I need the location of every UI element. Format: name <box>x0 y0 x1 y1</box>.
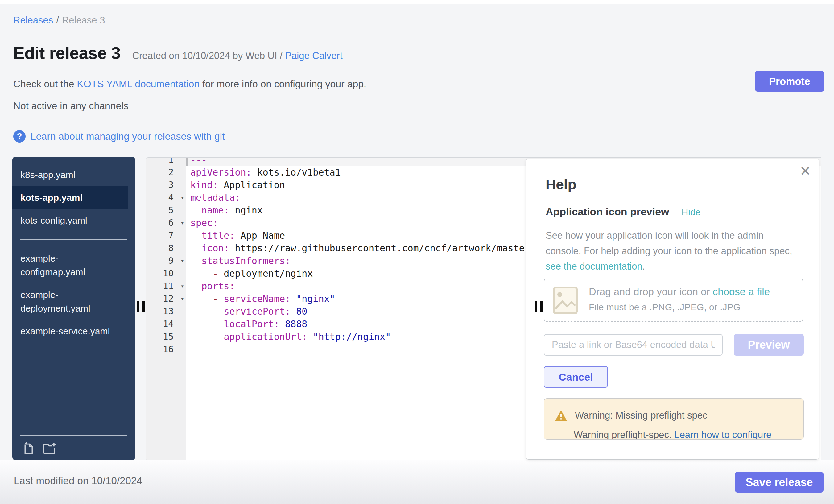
line-number: 5 <box>146 204 186 217</box>
line-number: 14 <box>146 318 186 330</box>
doc-prefix: Check out the <box>13 78 77 89</box>
created-by-link[interactable]: Paige Calvert <box>285 50 342 61</box>
file-group-divider <box>20 239 127 240</box>
file-item[interactable]: kots-config.yaml <box>12 209 135 232</box>
choose-file-link[interactable]: choose a file <box>713 286 770 297</box>
see-documentation-link[interactable]: see the documentation <box>546 261 642 272</box>
help-para-line1: See how your application icon will look … <box>546 230 764 241</box>
preview-button[interactable]: Preview <box>734 334 804 356</box>
help-para-line2: console. For help adding your icon to th… <box>546 245 792 256</box>
indent-guide <box>213 318 213 330</box>
preflight-warning: Warning: Missing preflight spec Warning … <box>544 398 804 440</box>
created-prefix: Created on 10/10/2024 by Web UI / <box>132 50 285 61</box>
line-number: 16 <box>146 343 186 356</box>
promote-button[interactable]: Promote <box>755 71 824 92</box>
sidebar-bottom-divider <box>20 435 127 436</box>
help-paragraph: See how your application icon will look … <box>546 228 792 274</box>
line-number: 8 <box>146 242 186 255</box>
line-number: 10 <box>146 267 186 280</box>
doc-suffix: for more info on configuring your app. <box>200 78 367 89</box>
question-icon: ? <box>13 130 26 143</box>
dropzone-text-prefix: Drag and drop your icon or <box>589 286 713 297</box>
resize-handle-left[interactable] <box>137 301 145 312</box>
doc-line: Check out the KOTS YAML documentation fo… <box>13 78 367 90</box>
cancel-button[interactable]: Cancel <box>544 366 608 388</box>
indent-guide <box>213 330 213 343</box>
warning-line1: Warning: Missing preflight spec <box>575 410 707 421</box>
save-release-button[interactable]: Save release <box>735 472 824 492</box>
line-number: 9▾ <box>146 255 186 267</box>
title-row: Edit release 3 Created on 10/10/2024 by … <box>13 43 343 63</box>
git-help-link[interactable]: Learn about managing your releases with … <box>30 131 225 142</box>
last-modified: Last modified on 10/10/2024 <box>14 475 142 487</box>
icon-dropzone[interactable]: Drag and drop your icon or choose a file… <box>544 279 803 322</box>
icon-url-input[interactable] <box>544 334 723 356</box>
created-info: Created on 10/10/2024 by Web UI / Paige … <box>132 50 343 61</box>
learn-configure-link[interactable]: Learn how to configure <box>674 429 771 440</box>
channel-status: Not active in any channels <box>13 100 129 112</box>
fold-arrow-icon[interactable]: ▾ <box>181 255 184 267</box>
footer: Last modified on 10/10/2024 <box>0 460 834 504</box>
dropzone-hint: File must be a .PNG, .JPEG, or .JPG <box>589 302 741 312</box>
icon-preview-title: Application icon preview <box>546 206 669 218</box>
line-number: 2 <box>146 166 186 179</box>
file-item[interactable]: example- deployment.yaml <box>12 283 135 320</box>
kots-yaml-doc-link[interactable]: KOTS YAML documentation <box>77 78 200 89</box>
line-number: 4▾ <box>146 191 186 204</box>
fold-arrow-icon[interactable]: ▾ <box>181 280 184 292</box>
hide-link[interactable]: Hide <box>682 207 701 217</box>
line-number: 11▾ <box>146 280 186 292</box>
sidebar-bottom <box>12 435 135 455</box>
line-number: 13 <box>146 305 186 318</box>
breadcrumb-current: Release 3 <box>62 15 105 26</box>
breadcrumb-releases-link[interactable]: Releases <box>13 15 53 26</box>
close-icon[interactable]: ✕ <box>799 165 811 178</box>
breadcrumb: Releases/Release 3 <box>13 15 105 26</box>
line-number: 12▾ <box>146 292 186 305</box>
line-number: 1 <box>146 157 186 166</box>
breadcrumb-separator: / <box>56 15 59 26</box>
line-number: 6▾ <box>146 217 186 229</box>
line-number: 3 <box>146 179 186 191</box>
page-title: Edit release 3 <box>13 43 120 63</box>
warning-icon <box>554 410 568 421</box>
top-strip <box>0 0 834 4</box>
resize-handle-right[interactable] <box>535 301 543 312</box>
image-placeholder-icon <box>553 287 578 314</box>
fold-arrow-icon[interactable]: ▾ <box>181 191 184 204</box>
edit-release-page: Releases/Release 3 Edit release 3 Create… <box>0 0 834 504</box>
fold-arrow-icon[interactable]: ▾ <box>181 292 184 305</box>
add-file-icon[interactable] <box>21 441 35 455</box>
file-item[interactable]: k8s-app.yaml <box>12 163 135 186</box>
fold-arrow-icon[interactable]: ▾ <box>181 217 184 229</box>
file-item[interactable]: example-service.yaml <box>12 320 135 343</box>
editor-cursor <box>186 157 188 166</box>
add-folder-icon[interactable] <box>43 441 57 455</box>
file-list: k8s-app.yamlkots-app.yamlkots-config.yam… <box>12 157 135 343</box>
help-title: Help <box>546 176 576 193</box>
line-number: 15 <box>146 330 186 343</box>
help-para-suffix: . <box>642 261 645 272</box>
file-sidebar: k8s-app.yamlkots-app.yamlkots-config.yam… <box>12 157 135 460</box>
warning-line2: Warning preflight-spec. Learn how to con… <box>574 429 772 440</box>
line-number: 7 <box>146 229 186 242</box>
file-item[interactable]: example- configmap.yaml <box>12 247 135 283</box>
indent-guide <box>213 305 213 318</box>
file-item[interactable]: kots-app.yaml <box>12 186 128 209</box>
warning-line2-prefix: Warning preflight-spec. <box>574 429 674 440</box>
help-panel: ✕ Help Application icon preview Hide See… <box>526 158 819 460</box>
dropzone-text: Drag and drop your icon or choose a file <box>589 286 770 298</box>
git-help-row[interactable]: ? Learn about managing your releases wit… <box>13 130 225 143</box>
